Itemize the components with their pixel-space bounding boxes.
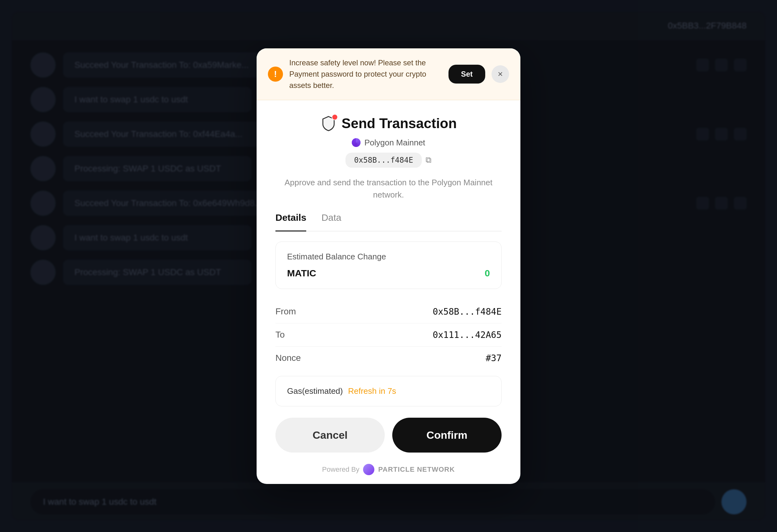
- gas-label: Gas(estimated): [287, 386, 343, 396]
- nonce-value: #37: [485, 353, 502, 363]
- set-password-button[interactable]: Set: [448, 65, 485, 84]
- warning-icon: !: [268, 67, 283, 82]
- from-label: From: [275, 307, 296, 317]
- modal-overlay: ! Increase safety level now! Please set …: [0, 0, 777, 532]
- modal-body: Send Transaction Polygon Mainnet 0x58B..…: [256, 100, 521, 406]
- tx-row-nonce: Nonce #37: [275, 347, 502, 369]
- nonce-label: Nonce: [275, 353, 301, 363]
- safety-banner: ! Increase safety level now! Please set …: [256, 48, 521, 100]
- copy-icon[interactable]: ⧉: [426, 155, 432, 165]
- safety-text: Increase safety level now! Please set th…: [289, 57, 442, 91]
- powered-by-row: Powered By PARTICLE NETWORK: [256, 464, 521, 484]
- cancel-button[interactable]: Cancel: [275, 418, 385, 452]
- shield-badge: [332, 114, 338, 120]
- gas-box: Gas(estimated) Refresh in 7s: [275, 376, 502, 406]
- network-icon: [352, 138, 360, 147]
- to-label: To: [275, 330, 285, 340]
- modal-footer: Cancel Confirm: [256, 409, 521, 464]
- modal-tabs: Details Data: [275, 212, 502, 231]
- close-banner-button[interactable]: ×: [491, 65, 509, 83]
- from-value: 0x58B...f484E: [433, 307, 502, 317]
- particle-logo-icon: [363, 464, 374, 475]
- balance-row: MATIC 0: [287, 268, 490, 279]
- powered-by-text: Powered By: [322, 465, 360, 473]
- network-name: Polygon Mainnet: [364, 138, 425, 147]
- modal-title-row: Send Transaction: [275, 115, 502, 132]
- tx-row-from: From 0x58B...f484E: [275, 300, 502, 323]
- send-transaction-modal: ! Increase safety level now! Please set …: [256, 48, 521, 484]
- balance-section-label: Estimated Balance Change: [287, 252, 490, 261]
- tab-data[interactable]: Data: [321, 212, 341, 231]
- tab-details[interactable]: Details: [275, 212, 306, 231]
- token-name: MATIC: [287, 268, 316, 279]
- balance-box: Estimated Balance Change MATIC 0: [275, 241, 502, 289]
- wallet-address: 0x58B...f484E: [345, 152, 422, 168]
- gas-refresh[interactable]: Refresh in 7s: [348, 386, 396, 396]
- network-row: Polygon Mainnet: [275, 138, 502, 147]
- confirm-button[interactable]: Confirm: [392, 418, 502, 452]
- tx-details: From 0x58B...f484E To 0x111...42A65 Nonc…: [275, 300, 502, 376]
- tx-row-to: To 0x111...42A65: [275, 323, 502, 347]
- shield-icon: [320, 115, 337, 132]
- to-value: 0x111...42A65: [433, 330, 502, 340]
- modal-title: Send Transaction: [342, 116, 457, 131]
- balance-value: 0: [484, 268, 490, 279]
- modal-subtitle: Approve and send the transaction to the …: [275, 177, 502, 201]
- address-row: 0x58B...f484E ⧉: [275, 152, 502, 168]
- particle-name: PARTICLE NETWORK: [378, 465, 455, 473]
